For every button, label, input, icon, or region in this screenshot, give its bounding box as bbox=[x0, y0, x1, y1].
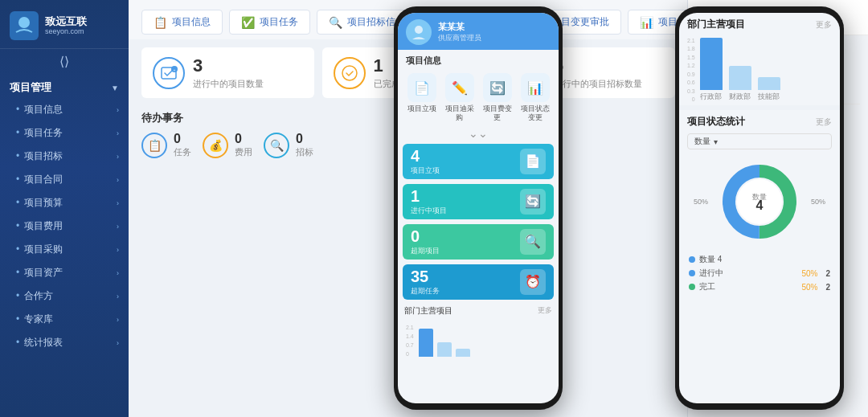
chevron-icon: › bbox=[117, 339, 119, 347]
mini-bars bbox=[419, 325, 470, 357]
phone-stat-tile-2: 1 进行中项目 🔄 bbox=[403, 184, 554, 219]
sidebar-item-project-expense[interactable]: •项目费用 › bbox=[0, 215, 129, 238]
svg-text:+: + bbox=[174, 67, 176, 72]
quick-btn-project-info[interactable]: 📋 项目信息 bbox=[141, 10, 223, 35]
phone-stat-left-4: 35 超期任务 bbox=[411, 268, 440, 296]
phone-stat-left-3: 0 超期项目 bbox=[411, 227, 440, 256]
chevron-icon: › bbox=[117, 223, 119, 231]
collapse-button[interactable]: ⟨⟩ bbox=[0, 49, 129, 74]
pending-icon-bid: 🔍 bbox=[264, 133, 289, 158]
stat-info-bid: 6 进行中的项目招标数量 bbox=[554, 55, 642, 90]
phone-1-frame: 某某某 供应商管理员 项目信息 📄 项目立项 ✏️ 项目迪采购 bbox=[394, 6, 563, 410]
phone-stat-icon-4: ⏰ bbox=[520, 269, 546, 295]
sidebar: 致远互联 seeyon.com ⟨⟩ 项目管理 ▼ •项目信息 › •项目任务 … bbox=[0, 0, 129, 417]
rphone-legend: 数量 4 进行中 50% 2 bbox=[679, 251, 840, 296]
sidebar-section-title: 项目管理 ▼ bbox=[0, 74, 129, 98]
sidebar-item-project-purchase[interactable]: •项目采购 › bbox=[0, 238, 129, 261]
sidebar-item-project-asset[interactable]: •项目资产 › bbox=[0, 261, 129, 284]
quantity-dropdown[interactable]: 数量 ▾ bbox=[687, 133, 832, 149]
chevron-icon: › bbox=[117, 292, 119, 300]
rphone-bars: 行政部 财政部 技能部 bbox=[700, 38, 780, 102]
logo-zh: 致远互联 bbox=[45, 15, 87, 28]
sidebar-item-project-task[interactable]: •项目任务 › bbox=[0, 121, 129, 145]
stat-card-in-progress: + 3 进行中的项目数量 bbox=[141, 47, 314, 98]
project-info-icon: 📋 bbox=[154, 16, 167, 29]
chevron-icon: › bbox=[117, 316, 119, 324]
pct-right: 50% bbox=[811, 198, 825, 206]
phone-icon-item-2[interactable]: ✏️ 项目迪采购 bbox=[442, 73, 477, 122]
bar-label-1: 行政部 bbox=[700, 92, 722, 102]
phone-2-frame: 部门主营项目 更多 2.11.81.51.20.90.60.30 行政部 bbox=[675, 6, 844, 410]
legend-complete: 完工 50% 2 bbox=[689, 281, 830, 292]
legend-in-progress: 进行中 50% 2 bbox=[689, 268, 830, 279]
expand-icon[interactable]: ⌄⌄ bbox=[398, 125, 559, 141]
phone-2: 部门主营项目 更多 2.11.81.51.20.90.60.30 行政部 bbox=[675, 6, 844, 410]
phone-icon-item-3[interactable]: 🔄 项目费变更 bbox=[480, 73, 515, 122]
donut-svg: 数量 4 bbox=[715, 157, 804, 246]
phone-icon-circle-4: 📊 bbox=[521, 73, 550, 102]
bar-2 bbox=[729, 66, 751, 90]
sidebar-item-stats[interactable]: •统计报表 › bbox=[0, 331, 129, 354]
chevron-icon: › bbox=[117, 106, 119, 114]
phone-stat-left-1: 4 项目立项 bbox=[411, 147, 440, 176]
stat-info-in-progress: 3 进行中的项目数量 bbox=[193, 55, 264, 90]
rphone-section-2-header: 项目状态统计 更多 bbox=[679, 110, 840, 132]
phone-icon-item-4[interactable]: 📊 项目状态变更 bbox=[518, 73, 553, 122]
phone-topbar: 某某某 供应商管理员 bbox=[398, 13, 559, 50]
stat-icon-projects: + bbox=[153, 57, 185, 89]
chevron-icon: › bbox=[117, 176, 119, 184]
mini-y-axis: 2.11.40.70 bbox=[406, 325, 414, 357]
legend-dot-total bbox=[689, 256, 695, 263]
sidebar-item-project-contract[interactable]: •项目合同 › bbox=[0, 168, 129, 191]
phone-1: 某某某 供应商管理员 项目信息 📄 项目立项 ✏️ 项目迪采购 bbox=[394, 6, 563, 410]
bar-group-2: 财政部 bbox=[729, 66, 751, 102]
pending-item-task: 📋 0 任务 bbox=[141, 132, 191, 158]
sidebar-item-project-bid[interactable]: •项目招标 › bbox=[0, 145, 129, 168]
chevron-icon: › bbox=[117, 129, 119, 137]
phone-1-screen: 某某某 供应商管理员 项目信息 📄 项目立项 ✏️ 项目迪采购 bbox=[398, 13, 559, 403]
sidebar-item-expert[interactable]: •专家库 › bbox=[0, 308, 129, 331]
svg-text:4: 4 bbox=[756, 198, 764, 212]
pct-left: 50% bbox=[694, 198, 708, 206]
sidebar-item-project-budget[interactable]: •项目预算 › bbox=[0, 191, 129, 215]
rphone-section-1-header: 部门主营项目 更多 bbox=[679, 13, 840, 35]
mini-bar-2 bbox=[437, 342, 452, 357]
phone-user-info: 某某某 供应商管理员 bbox=[438, 21, 481, 43]
sidebar-item-partner[interactable]: •合作方 › bbox=[0, 284, 129, 308]
bar-group-1: 行政部 bbox=[700, 38, 723, 102]
pending-item-expense: 💰 0 费用 bbox=[203, 132, 252, 158]
y-axis-labels: 2.11.81.51.20.90.60.30 bbox=[687, 38, 695, 102]
legend-dot-progress bbox=[689, 270, 695, 276]
svg-point-4 bbox=[342, 66, 357, 80]
logo-icon bbox=[10, 11, 39, 40]
quick-btn-project-task[interactable]: ✅ 项目任务 bbox=[229, 10, 310, 35]
pending-icon-expense: 💰 bbox=[203, 133, 228, 158]
phone-icon-item-1[interactable]: 📄 项目立项 bbox=[404, 73, 440, 122]
pending-icon-task: 📋 bbox=[141, 133, 167, 158]
pending-item-bid: 🔍 0 招标 bbox=[264, 132, 313, 158]
chevron-icon: › bbox=[117, 246, 119, 254]
chevron-icon: › bbox=[117, 199, 119, 207]
bar-1 bbox=[700, 38, 723, 90]
legend-dot-complete bbox=[689, 284, 695, 290]
phone-icon-circle-3: 🔄 bbox=[483, 73, 512, 102]
phone-bottom-section: 部门主营项目 更多 bbox=[398, 302, 559, 320]
mini-bar-3 bbox=[456, 349, 470, 357]
svg-point-0 bbox=[18, 17, 30, 28]
phone-stat-tile-3: 0 超期项目 🔍 bbox=[403, 224, 554, 260]
phone-avatar bbox=[406, 19, 432, 45]
sidebar-item-project-info[interactable]: •项目信息 › bbox=[0, 98, 129, 121]
phone-2-screen: 部门主营项目 更多 2.11.81.51.20.90.60.30 行政部 bbox=[679, 13, 840, 403]
phone-icons-row: 📄 项目立项 ✏️ 项目迪采购 🔄 项目费变更 📊 项目状态变更 bbox=[398, 70, 559, 125]
logo-en: seeyon.com bbox=[45, 27, 87, 36]
phone-stat-icon-1: 📄 bbox=[520, 149, 546, 174]
phone-stat-left-2: 1 进行中项目 bbox=[411, 187, 447, 216]
phone-stat-icon-2: 🔄 bbox=[520, 189, 546, 215]
donut-chart-container: 数量 4 50% 50% bbox=[679, 153, 840, 251]
bar-3 bbox=[758, 77, 780, 90]
rphone-bar-chart: 2.11.81.51.20.90.60.30 行政部 财政部 bbox=[679, 35, 840, 105]
svg-point-6 bbox=[415, 26, 423, 34]
legend-total: 数量 4 bbox=[689, 254, 830, 265]
phone-stat-icon-3: 🔍 bbox=[520, 229, 546, 255]
bar-group-3: 技能部 bbox=[758, 77, 780, 102]
